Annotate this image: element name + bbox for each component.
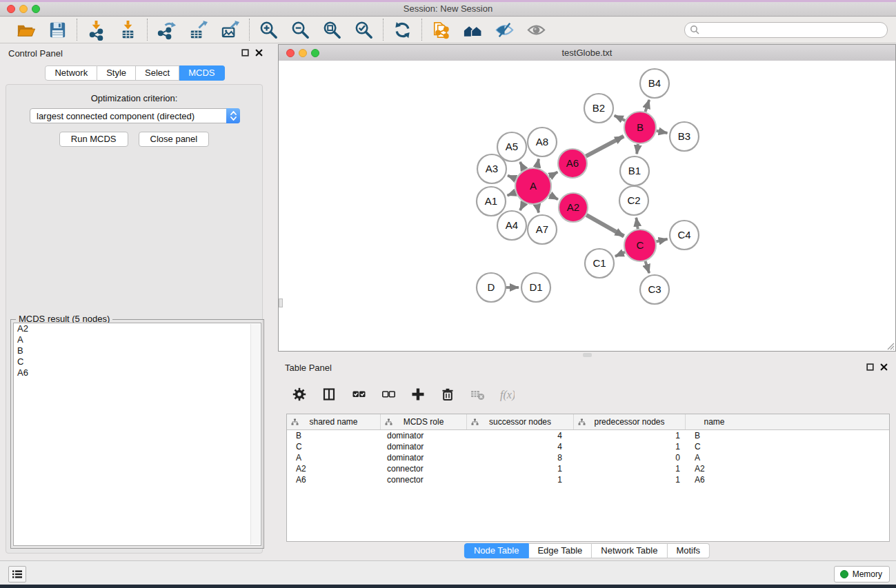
table-options-gear-icon[interactable] — [290, 385, 308, 403]
export-table-icon[interactable] — [187, 19, 210, 41]
graph-edge-A6-B[interactable] — [586, 136, 624, 156]
apply-layout-icon[interactable] — [461, 19, 484, 41]
tab-motifs[interactable]: Motifs — [667, 543, 710, 558]
graph-node-B2[interactable]: B2 — [584, 94, 613, 123]
resize-grip-icon[interactable] — [886, 342, 895, 350]
search-input[interactable] — [703, 23, 882, 37]
table-row[interactable]: Bdominator41B — [287, 430, 889, 441]
graph-node-B[interactable]: B — [624, 112, 656, 143]
graph-edge-A-A6[interactable] — [549, 172, 557, 177]
table-row[interactable]: Cdominator41C — [287, 441, 889, 452]
network-canvas[interactable]: AA6A2BCA5A8A3A1A4A7B2B4B3B1C2C4C1C3DD1 — [279, 61, 895, 351]
graph-edge-C-C1[interactable] — [615, 252, 625, 256]
graph-edge-C-C4[interactable] — [656, 239, 667, 242]
open-folder-icon[interactable] — [14, 19, 37, 41]
run-mcds-button[interactable]: Run MCDS — [59, 132, 128, 147]
graph-node-A3[interactable]: A3 — [477, 154, 506, 183]
column-header-MCDS-role[interactable]: MCDS role — [381, 414, 467, 429]
column-header-name[interactable]: name — [686, 414, 743, 429]
mcds-result-item[interactable]: A6 — [14, 367, 261, 378]
save-icon[interactable] — [46, 19, 69, 41]
graph-node-C4[interactable]: C4 — [670, 221, 699, 250]
mcds-result-item[interactable]: B — [14, 345, 261, 356]
zoom-selected-icon[interactable] — [352, 19, 375, 41]
graph-edge-B-B2[interactable] — [615, 116, 626, 121]
refresh-icon[interactable] — [391, 19, 414, 41]
mcds-result-list[interactable]: A2ABCA6 — [13, 323, 261, 546]
float-table-panel-icon[interactable] — [866, 363, 874, 371]
horizontal-split-handle[interactable] — [583, 353, 592, 357]
graph-node-D1[interactable]: D1 — [521, 273, 550, 302]
mcds-result-item[interactable]: A — [14, 334, 261, 345]
column-header-predecessor-nodes[interactable]: predecessor nodes — [574, 414, 686, 429]
mcds-result-item[interactable]: C — [14, 356, 261, 367]
close-panel-button[interactable]: Close panel — [139, 132, 210, 147]
result-list-scrollbar[interactable] — [250, 324, 260, 545]
graph-edge-A-A1[interactable] — [508, 192, 516, 195]
import-network-icon[interactable] — [85, 19, 108, 41]
graph-node-B1[interactable]: B1 — [620, 156, 649, 185]
graph-node-A6[interactable]: A6 — [558, 149, 587, 178]
memory-button[interactable]: Memory — [834, 566, 890, 582]
tab-network[interactable]: Network — [45, 65, 97, 81]
mcds-result-item[interactable]: A2 — [14, 323, 261, 334]
graph-node-D[interactable]: D — [477, 273, 506, 302]
tab-node-table[interactable]: Node Table — [464, 543, 529, 558]
graph-edge-B-B3[interactable] — [657, 131, 668, 133]
task-history-button[interactable] — [8, 566, 26, 582]
graph-edge-C-C2[interactable] — [636, 218, 637, 229]
graph-edge-B-B4[interactable] — [645, 100, 649, 112]
graph-edge-A-A5[interactable] — [520, 162, 524, 170]
graph-edge-A-A8[interactable] — [537, 159, 539, 168]
deselect-all-icon[interactable] — [379, 385, 397, 403]
graph-edge-A-A3[interactable] — [508, 176, 516, 179]
zoom-in-icon[interactable] — [257, 19, 280, 41]
new-network-from-selection-icon[interactable] — [430, 19, 452, 41]
tab-network-table[interactable]: Network Table — [592, 543, 667, 558]
graph-edge-C-C3[interactable] — [645, 261, 649, 273]
float-panel-icon[interactable] — [241, 49, 249, 57]
tab-mcds[interactable]: MCDS — [179, 65, 224, 81]
graph-edge-B-B1[interactable] — [637, 144, 638, 154]
close-table-panel-icon[interactable] — [880, 363, 888, 371]
graph-node-A7[interactable]: A7 — [528, 215, 557, 244]
graph-node-A5[interactable]: A5 — [497, 132, 526, 161]
close-panel-icon[interactable] — [255, 49, 263, 57]
graph-edge-A-A7[interactable] — [537, 204, 538, 212]
graph-node-C[interactable]: C — [624, 230, 656, 261]
table-row[interactable]: A2connector11A2 — [287, 463, 889, 474]
graph-node-A8[interactable]: A8 — [528, 128, 557, 156]
graph-node-A1[interactable]: A1 — [477, 187, 506, 216]
graph-node-A2[interactable]: A2 — [559, 193, 588, 222]
network-window-titlebar[interactable]: testGlobe.txt — [279, 45, 895, 61]
tab-select[interactable]: Select — [136, 65, 179, 81]
vertical-split-handle[interactable] — [279, 298, 283, 307]
delete-row-icon[interactable] — [439, 385, 457, 403]
graph-edge-A-A2[interactable] — [550, 195, 558, 199]
graph-node-B4[interactable]: B4 — [640, 69, 669, 98]
graph-node-A[interactable]: A — [515, 168, 551, 204]
show-columns-icon[interactable] — [320, 385, 338, 403]
zoom-out-icon[interactable] — [289, 19, 312, 41]
criterion-select[interactable]: largest connected component (directed) — [30, 108, 240, 123]
add-row-icon[interactable] — [409, 385, 427, 403]
export-image-icon[interactable] — [219, 19, 241, 41]
graph-node-A4[interactable]: A4 — [497, 211, 526, 240]
node-table[interactable]: shared nameMCDS rolesuccessor nodesprede… — [286, 414, 890, 542]
import-table-icon[interactable] — [117, 19, 139, 41]
graph-node-C1[interactable]: C1 — [585, 249, 614, 278]
table-row[interactable]: Adominator80A — [287, 452, 889, 463]
graph-edge-A2-C[interactable] — [586, 215, 624, 236]
show-all-icon[interactable] — [525, 19, 548, 41]
select-all-icon[interactable] — [350, 385, 368, 403]
graph-node-B3[interactable]: B3 — [670, 122, 699, 151]
table-row[interactable]: A6connector11A6 — [287, 474, 889, 485]
export-network-icon[interactable] — [155, 19, 178, 41]
graph-node-C2[interactable]: C2 — [619, 186, 648, 215]
tab-style[interactable]: Style — [97, 65, 136, 81]
column-header-successor-nodes[interactable]: successor nodes — [467, 414, 574, 429]
zoom-fit-icon[interactable] — [321, 19, 344, 41]
graph-node-C3[interactable]: C3 — [640, 275, 669, 304]
column-header-shared-name[interactable]: shared name — [287, 414, 381, 429]
hide-selected-icon[interactable] — [493, 19, 516, 41]
